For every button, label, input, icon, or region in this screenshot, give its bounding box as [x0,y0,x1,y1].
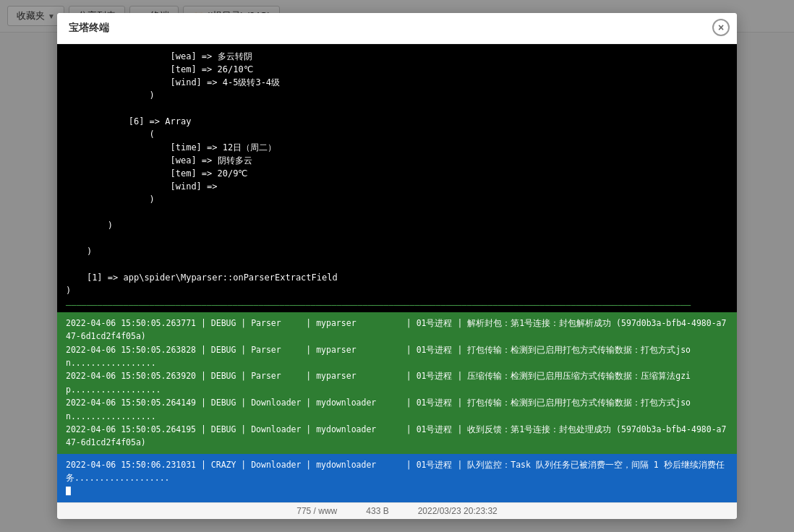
close-icon: × [718,22,724,33]
terminal-modal: 宝塔终端 × [wea] => 多云转阴 [tem] => 26/10℃ [wi… [57,13,737,33]
modal-header: 宝塔终端 [57,13,737,33]
modal-title: 宝塔终端 [69,22,109,33]
modal-close-button[interactable]: × [712,19,730,33]
modal-overlay: 宝塔终端 × [wea] => 多云转阴 [tem] => 26/10℃ [wi… [0,0,794,33]
